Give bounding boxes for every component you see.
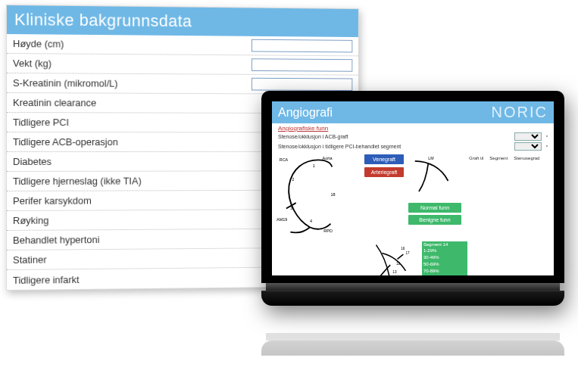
form-title: Kliniske bakgrunnsdata [7,5,358,37]
coronary-tree-rca: RCA Aorta AM19 RPD 1 2 3 4 18 [277,154,360,238]
coronary-tree-lower: 16 17 12 13 14 15 [364,241,417,275]
svg-text:RPD: RPD [323,229,333,233]
stenose-5[interactable]: 90-99% [422,275,467,275]
label-creatinine: S-Kreatinin (mikromol/L) [13,77,252,89]
svg-text:Aorta: Aorta [323,156,333,160]
laptop: Angiografi NORIC Angiografiske funn Sten… [261,91,564,306]
tag-normal[interactable]: Normal funn [408,203,461,213]
input-creatinine[interactable] [252,78,352,91]
svg-text:LM: LM [428,156,433,160]
svg-text:18: 18 [331,192,336,197]
stenose-1[interactable]: 1-29% [422,247,467,254]
screen-header: Angiografi NORIC [272,101,554,123]
tag-arteriegraft[interactable]: Arteriegraft [364,167,404,177]
screen-title: Angiografi [278,106,333,120]
label-pci-segment: Stenose/okklusjon i tidligere PCI-behand… [278,144,401,149]
input-height[interactable] [252,39,352,53]
screen-body: RCA Aorta AM19 RPD 1 2 3 4 18 [272,151,554,241]
laptop-reflection [261,303,564,356]
col-segment: Segment [489,156,508,160]
col-stenose: Stenosegrad [514,156,539,160]
row-weight: Vekt (kg) [7,54,358,76]
svg-text:12: 12 [396,262,401,266]
svg-text:1: 1 [313,163,315,168]
svg-text:3: 3 [290,206,292,210]
svg-text:2: 2 [292,177,294,182]
select-pci-segment[interactable] [514,142,542,151]
col-graft: Graft til [469,156,483,160]
svg-text:17: 17 [405,251,410,255]
laptop-frame: Angiografi NORIC Angiografiske funn Sten… [261,91,564,283]
stenose-3[interactable]: 50-69% [422,261,467,268]
label-acb-graft: Stenose/okklusjon i ACB-graft [278,134,348,139]
select-acb-graft[interactable] [514,132,542,141]
tag-column: Venegraft Arteriegraft [364,154,404,238]
laptop-hinge [266,283,560,291]
screen-subtitle: Angiografiske funn [272,123,554,132]
stenose-4[interactable]: 70-89% [422,268,467,275]
stenose-2[interactable]: 30-49% [422,254,467,261]
tag-venegraft[interactable]: Venegraft [364,154,404,164]
line-pci-segment: Stenose/okklusjon i tidligere PCI-behand… [272,142,554,151]
input-weight[interactable] [252,58,352,71]
right-panel: Graft til Segment Stenosegrad [466,154,549,238]
label-weight: Vekt (kg) [13,58,252,70]
laptop-base [261,291,564,306]
svg-text:16: 16 [401,247,405,250]
coronary-tree-lm: LM Normal funn Benigne funn [408,154,461,238]
line-acb-graft: Stenose/okklusjon i ACB-graft * [272,132,554,142]
tag-benigne[interactable]: Benigne funn [408,215,461,225]
stenose-head: Segment 14 [422,241,467,247]
stenose-list: Segment 14 1-29% 30-49% 50-69% 70-89% 90… [422,241,467,275]
svg-text:RCA: RCA [280,157,289,162]
svg-text:4: 4 [310,219,312,223]
svg-text:AM19: AM19 [277,217,287,222]
brand: NORIC [492,104,548,121]
laptop-screen: Angiografi NORIC Angiografiske funn Sten… [272,101,554,275]
row-height: Høyde (cm) [7,34,358,56]
label-height: Høyde (cm) [13,38,252,51]
svg-text:13: 13 [392,270,397,274]
